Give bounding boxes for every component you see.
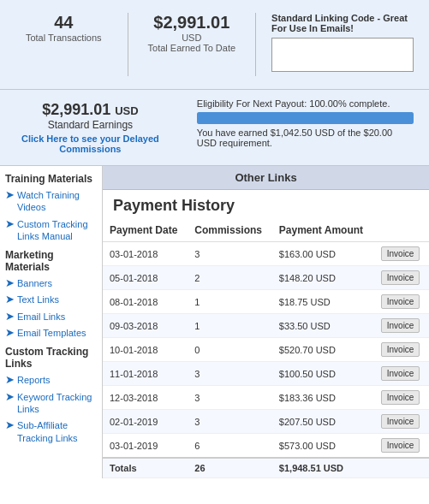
bullet-icon: ➤ bbox=[5, 311, 15, 323]
reports-link[interactable]: Reports bbox=[17, 374, 51, 386]
sidebar-item-sub-affiliate[interactable]: ➤ Sub-Affiliate Tracking Links bbox=[5, 419, 97, 444]
invoice-cell[interactable]: Invoice bbox=[374, 410, 429, 434]
invoice-button[interactable]: Invoice bbox=[381, 342, 420, 357]
invoice-button[interactable]: Invoice bbox=[381, 390, 420, 405]
payment-history-title: Payment History bbox=[103, 190, 429, 219]
payment-date-cell: 12-03-2018 bbox=[103, 386, 188, 410]
earned-requirement-text: You have earned $1,042.50 USD of the $20… bbox=[197, 127, 414, 148]
table-row: 09-03-2018 1 $33.50 USD Invoice bbox=[103, 314, 429, 338]
main-body: Training Materials ➤ Watch Training Vide… bbox=[0, 166, 429, 478]
standard-earnings-box: $2,991.01 USD Standard Earnings Click He… bbox=[9, 97, 172, 158]
total-transactions-box: 44 Total Transactions bbox=[9, 9, 119, 80]
invoice-cell[interactable]: Invoice bbox=[374, 434, 429, 459]
standard-earnings-label: Standard Earnings bbox=[13, 119, 168, 131]
invoice-cell[interactable]: Invoice bbox=[374, 314, 429, 338]
email-links-link[interactable]: Email Links bbox=[17, 311, 65, 323]
bullet-icon: ➤ bbox=[5, 327, 15, 339]
sidebar-item-keyword-tracking[interactable]: ➤ Keyword Tracking Links bbox=[5, 391, 97, 416]
table-row: 11-01-2018 3 $100.50 USD Invoice bbox=[103, 362, 429, 386]
earned-currency: USD bbox=[141, 33, 243, 43]
table-header-row: Payment Date Commissions Payment Amount bbox=[103, 219, 429, 242]
keyword-tracking-link[interactable]: Keyword Tracking Links bbox=[17, 391, 97, 416]
commissions-cell: 3 bbox=[188, 386, 272, 410]
invoice-button[interactable]: Invoice bbox=[381, 270, 420, 285]
table-row: 03-01-2019 6 $573.00 USD Invoice bbox=[103, 434, 429, 459]
payment-amount-cell: $183.36 USD bbox=[272, 386, 374, 410]
linking-code-title: Standard Linking Code - Great For Use In… bbox=[271, 13, 414, 33]
content-area: Other Links Payment History Payment Date… bbox=[103, 166, 429, 478]
sidebar-item-email-links[interactable]: ➤ Email Links bbox=[5, 311, 97, 323]
sidebar-item-reports[interactable]: ➤ Reports bbox=[5, 374, 97, 386]
watch-training-link[interactable]: Watch Training Videos bbox=[17, 189, 97, 214]
commissions-cell: 3 bbox=[188, 242, 272, 266]
standard-earnings-amount: $2,991.01 USD bbox=[13, 101, 168, 119]
bullet-icon: ➤ bbox=[5, 189, 15, 201]
commissions-cell: 1 bbox=[188, 290, 272, 314]
invoice-cell[interactable]: Invoice bbox=[374, 338, 429, 362]
invoice-button[interactable]: Invoice bbox=[381, 438, 420, 453]
table-row: 02-01-2019 3 $207.50 USD Invoice bbox=[103, 410, 429, 434]
invoice-button[interactable]: Invoice bbox=[381, 366, 420, 381]
invoice-cell[interactable]: Invoice bbox=[374, 386, 429, 410]
sub-affiliate-link[interactable]: Sub-Affiliate Tracking Links bbox=[17, 419, 97, 444]
commissions-cell: 0 bbox=[188, 338, 272, 362]
stats-divider2 bbox=[255, 13, 256, 76]
other-links-header: Other Links bbox=[103, 166, 429, 190]
invoice-cell[interactable]: Invoice bbox=[374, 242, 429, 266]
bullet-icon: ➤ bbox=[5, 374, 15, 386]
payment-amount-cell: $100.50 USD bbox=[272, 362, 374, 386]
payment-amount-cell: $207.50 USD bbox=[272, 410, 374, 434]
invoice-cell[interactable]: Invoice bbox=[374, 266, 429, 290]
sidebar-item-watch-training[interactable]: ➤ Watch Training Videos bbox=[5, 189, 97, 214]
bullet-icon: ➤ bbox=[5, 277, 15, 289]
delayed-commissions-link[interactable]: Click Here to see your Delayed Commissio… bbox=[13, 133, 168, 154]
payment-amount-cell: $520.70 USD bbox=[272, 338, 374, 362]
table-row: 03-01-2018 3 $163.00 USD Invoice bbox=[103, 242, 429, 266]
invoice-button[interactable]: Invoice bbox=[381, 414, 420, 429]
top-stats-bar: 44 Total Transactions $2,991.01 USD Tota… bbox=[0, 0, 429, 90]
table-row: 10-01-2018 0 $520.70 USD Invoice bbox=[103, 338, 429, 362]
banners-link[interactable]: Banners bbox=[17, 277, 52, 289]
marketing-section-title: Marketing Materials bbox=[5, 249, 97, 273]
invoice-button[interactable]: Invoice bbox=[381, 246, 420, 261]
payout-panel: Eligibility For Next Payout: 100.00% com… bbox=[190, 97, 420, 150]
col-commissions: Commissions bbox=[188, 219, 272, 242]
totals-amount: $1,948.51 USD bbox=[272, 458, 374, 478]
sidebar-item-email-templates[interactable]: ➤ Email Templates bbox=[5, 327, 97, 339]
invoice-button[interactable]: Invoice bbox=[381, 294, 420, 309]
col-action bbox=[374, 219, 429, 242]
payout-bar-container bbox=[197, 112, 414, 124]
bullet-icon: ➤ bbox=[5, 294, 15, 305]
payment-date-cell: 05-01-2018 bbox=[103, 266, 188, 290]
payout-bar-fill bbox=[197, 112, 414, 124]
payment-amount-cell: $573.00 USD bbox=[272, 434, 374, 459]
sidebar-item-custom-tracking-links-manual[interactable]: ➤ Custom Tracking Links Manual bbox=[5, 218, 97, 243]
table-row: 08-01-2018 1 $18.75 USD Invoice bbox=[103, 290, 429, 314]
training-section-title: Training Materials bbox=[5, 173, 97, 185]
transaction-count: 44 bbox=[13, 13, 115, 33]
payment-date-cell: 02-01-2019 bbox=[103, 410, 188, 434]
payment-date-cell: 03-01-2018 bbox=[103, 242, 188, 266]
payment-date-cell: 09-03-2018 bbox=[103, 314, 188, 338]
payment-amount-cell: $148.20 USD bbox=[272, 266, 374, 290]
col-payment-amount: Payment Amount bbox=[272, 219, 374, 242]
sidebar-item-text-links[interactable]: ➤ Text Links bbox=[5, 294, 97, 305]
commissions-cell: 3 bbox=[188, 362, 272, 386]
text-links-link[interactable]: Text Links bbox=[17, 294, 59, 305]
bullet-icon: ➤ bbox=[5, 391, 15, 403]
payment-amount-cell: $33.50 USD bbox=[272, 314, 374, 338]
invoice-cell[interactable]: Invoice bbox=[374, 290, 429, 314]
payment-amount-cell: $18.75 USD bbox=[272, 290, 374, 314]
totals-label: Totals bbox=[103, 458, 188, 478]
linking-code-input[interactable] bbox=[271, 38, 414, 72]
sidebar: Training Materials ➤ Watch Training Vide… bbox=[0, 166, 103, 478]
table-row: 12-03-2018 3 $183.36 USD Invoice bbox=[103, 386, 429, 410]
custom-tracking-links-manual-link[interactable]: Custom Tracking Links Manual bbox=[17, 218, 97, 243]
commissions-cell: 6 bbox=[188, 434, 272, 459]
invoice-cell[interactable]: Invoice bbox=[374, 362, 429, 386]
email-templates-link[interactable]: Email Templates bbox=[17, 327, 86, 339]
sidebar-item-banners[interactable]: ➤ Banners bbox=[5, 277, 97, 289]
invoice-button[interactable]: Invoice bbox=[381, 318, 420, 333]
earned-label: Total Earned To Date bbox=[141, 43, 243, 53]
commissions-cell: 1 bbox=[188, 314, 272, 338]
